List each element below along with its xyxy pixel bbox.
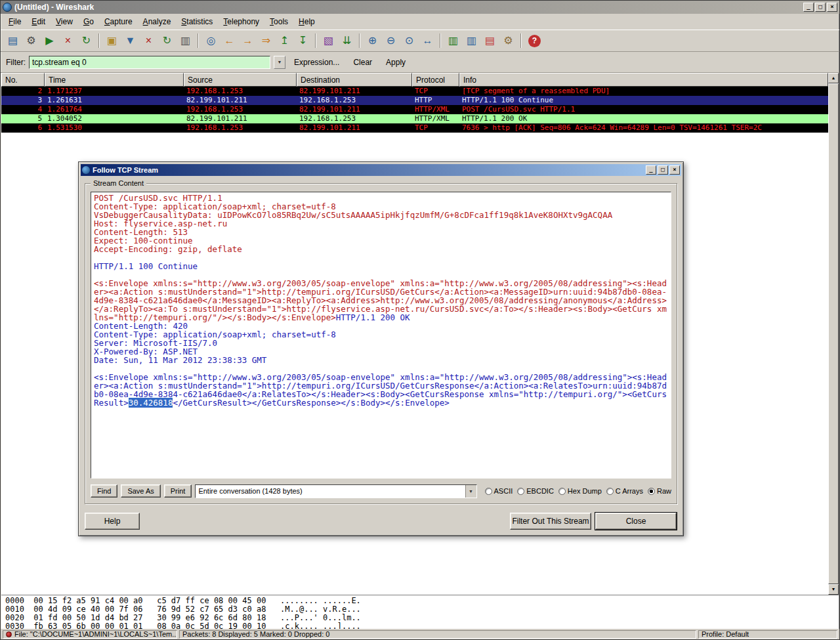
zoom-100-icon[interactable]: ⊙ [400,32,418,49]
radio-raw[interactable]: Raw [648,487,671,495]
dialog-maximize-button[interactable]: □ [658,165,668,175]
follow-tcp-stream-dialog: Follow TCP Stream _ □ × Stream Content P… [78,161,684,536]
menu-tools[interactable]: Tools [264,14,293,29]
save-file-icon[interactable]: ▼ [121,32,139,49]
expression-button[interactable]: Expression... [289,55,345,70]
dialog-close-button[interactable]: Close [595,513,677,530]
go-top-icon[interactable]: ↥ [276,32,293,49]
radio-c-arrays[interactable]: C Arrays [606,487,643,495]
help-icon[interactable]: ? [528,35,541,47]
menu-go[interactable]: Go [78,14,99,29]
go-to-packet-icon[interactable]: ⇒ [257,32,275,49]
window-title: (Untitled) - Wireshark [14,3,801,12]
capture-stop-icon[interactable]: × [59,32,77,49]
capture-options-icon[interactable]: ⚙ [22,32,40,49]
stream-content-box[interactable]: POST /CursUSD.svc HTTP/1.1 Content-Type:… [91,192,671,479]
cell-time: 1.261631 [45,96,184,105]
close-file-icon[interactable]: × [140,32,158,49]
cell-destination: 82.199.101.211 [297,87,412,96]
menu-analyze[interactable]: Analyze [138,14,177,29]
capture-start-icon[interactable]: ▶ [41,32,58,49]
packet-row-2[interactable]: 21.171237192.168.1.25382.199.101.211TCP[… [1,87,828,96]
menu-file[interactable]: File [3,14,26,29]
filter-dropdown-icon[interactable]: ▼ [274,56,285,69]
vertical-scrollbar[interactable]: ▲ ▼ [828,73,839,595]
apply-button[interactable]: Apply [381,55,411,70]
conversation-select[interactable]: Entire conversation (1428 bytes) ▼ [195,484,476,498]
scroll-down-icon[interactable]: ▼ [828,584,839,595]
go-bottom-icon[interactable]: ↧ [294,32,312,49]
radio-ascii[interactable]: ASCII [485,487,513,495]
packet-list-body: 21.171237192.168.1.25382.199.101.211TCP[… [1,87,828,133]
status-packets-text: Packets: 8 Displayed: 5 Marked: 0 Droppe… [182,630,329,638]
zoom-in-icon[interactable]: ⊕ [364,32,381,49]
dialog-close-icon[interactable]: × [669,165,680,175]
maximize-button[interactable]: □ [815,3,826,12]
dialog-title-bar[interactable]: Follow TCP Stream _ □ × [81,164,681,176]
column-header-time[interactable]: Time [45,73,184,87]
packet-row-6[interactable]: 61.531530192.168.1.25382.199.101.211TCP7… [1,123,828,133]
interfaces-icon[interactable]: ▤ [4,32,22,49]
main-title-bar[interactable]: (Untitled) - Wireshark _ □ × [1,1,839,14]
menu-capture[interactable]: Capture [99,14,138,29]
display-filters-icon[interactable]: ▥ [463,32,480,49]
minimize-button[interactable]: _ [803,3,814,12]
scroll-up-icon[interactable]: ▲ [828,73,839,83]
menu-telephony[interactable]: Telephony [218,14,264,29]
toolbar-separator [520,33,522,48]
menu-help[interactable]: Help [293,14,320,29]
toolbar-separator [198,33,199,48]
reload-icon[interactable]: ↻ [158,32,176,49]
column-header-protocol[interactable]: Protocol [412,73,459,87]
menu-statistics[interactable]: Statistics [176,14,218,29]
dialog-minimize-button[interactable]: _ [646,165,656,175]
zoom-out-icon[interactable]: ⊖ [382,32,400,49]
close-button[interactable]: × [827,3,837,12]
cell-no: 5 [1,114,45,123]
expert-info-icon[interactable] [6,631,12,637]
cell-protocol: HTTP/XML [412,114,459,123]
preferences-icon[interactable]: ⚙ [499,32,517,49]
print-button[interactable]: Print [164,484,192,498]
find-button[interactable]: Find [91,484,117,498]
cell-protocol: TCP [412,123,459,133]
combo-dropdown-icon[interactable]: ▼ [465,485,476,498]
filter-input[interactable] [29,56,270,69]
open-file-icon[interactable]: ▣ [103,32,121,49]
menu-view[interactable]: View [51,14,78,29]
cell-time: 1.171237 [45,87,184,96]
clear-button[interactable]: Clear [348,55,377,70]
go-back-icon[interactable]: ← [220,32,238,49]
print-icon[interactable]: ▥ [177,32,194,49]
capture-restart-icon[interactable]: ↻ [77,32,95,49]
column-header-destination[interactable]: Destination [297,73,412,87]
go-forward-icon[interactable]: → [239,32,257,49]
packet-row-3[interactable]: 31.26163182.199.101.211192.168.1.253HTTP… [1,96,828,105]
column-header-source[interactable]: Source [184,73,297,87]
radio-hex-dump[interactable]: Hex Dump [558,487,602,495]
scroll-thumb[interactable] [828,83,839,584]
display-format-radios: ASCIIEBCDICHex DumpC ArraysRaw [480,487,671,495]
packet-row-5[interactable]: 51.30405282.199.101.211192.168.1.253HTTP… [1,114,828,123]
filter-out-stream-button[interactable]: Filter Out This Stream [510,513,591,530]
cell-protocol: HTTP/XML [412,105,459,114]
menu-bar: FileEditViewGoCaptureAnalyzeStatisticsTe… [1,14,839,30]
auto-scroll-icon[interactable]: ⇊ [338,32,356,49]
save-as-button[interactable]: Save As [121,484,160,498]
toolbar-separator [359,33,360,48]
column-header-info[interactable]: Info [459,73,828,87]
menu-edit[interactable]: Edit [26,14,51,29]
packet-row-4[interactable]: 41.261764192.168.1.25382.199.101.211HTTP… [1,105,828,114]
help-button[interactable]: Help [85,513,140,530]
colorize-icon[interactable]: ▧ [320,32,337,49]
resize-columns-icon[interactable]: ↔ [419,32,436,49]
capture-filters-icon[interactable]: ▥ [444,32,462,49]
toolbar-separator [315,33,316,48]
radio-label: EBCDIC [526,487,554,495]
find-packet-icon[interactable]: ◎ [202,32,220,49]
coloring-rules-icon[interactable]: ▤ [481,32,499,49]
hex-view[interactable]: 0000 00 15 f2 a5 91 c4 00 a0 c5 d7 ff ce… [1,595,839,629]
column-header-no[interactable]: No. [1,73,45,87]
dialog-wireshark-icon [82,166,90,174]
radio-ebcdic[interactable]: EBCDIC [517,487,554,495]
